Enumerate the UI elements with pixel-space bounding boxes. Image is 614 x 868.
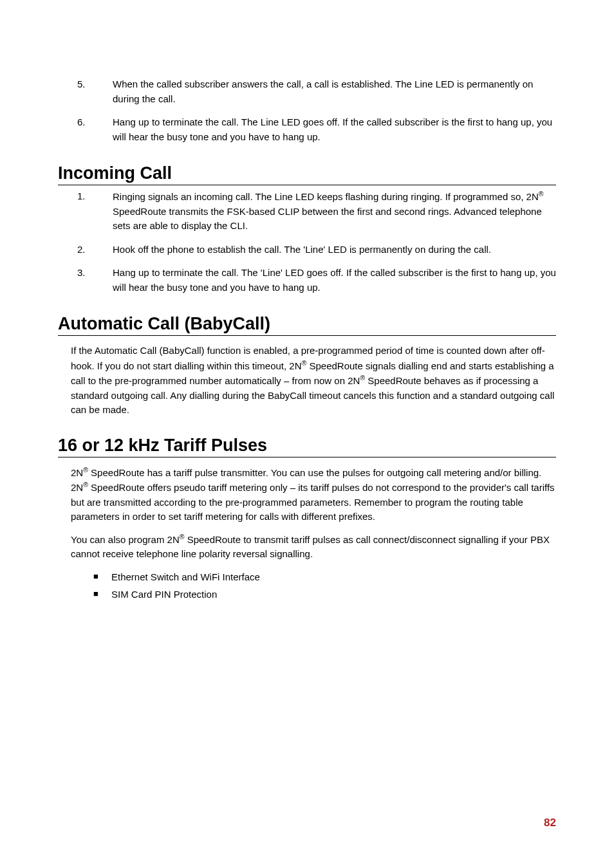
list-number: 3. — [58, 266, 113, 295]
tariff-bullet-list: Ethernet Switch and WiFi Interface SIM C… — [58, 568, 556, 603]
section-heading-incoming-call: Incoming Call — [58, 163, 556, 185]
list-text: Hang up to terminate the call. The Line … — [113, 115, 556, 144]
page-number: 82 — [544, 817, 556, 829]
list-number: 2. — [58, 243, 113, 257]
list-number: 1. — [58, 189, 113, 234]
list-item: 1. Ringing signals an incoming call. The… — [58, 189, 556, 234]
section-heading-babycall: Automatic Call (BabyCall) — [58, 314, 556, 336]
babycall-paragraph: If the Automatic Call (BabyCall) functio… — [71, 344, 556, 418]
page: 5. When the called subscriber answers th… — [0, 0, 614, 868]
list-number: 6. — [58, 115, 113, 144]
intro-ordered-list: 5. When the called subscriber answers th… — [58, 77, 556, 144]
incoming-call-list: 1. Ringing signals an incoming call. The… — [58, 189, 556, 295]
list-item: 5. When the called subscriber answers th… — [58, 77, 556, 106]
bullet-item: Ethernet Switch and WiFi Interface — [93, 568, 556, 586]
tariff-paragraph-2: You can also program 2N® SpeedRoute to t… — [71, 532, 556, 562]
list-item: 3. Hang up to terminate the call. The 'L… — [58, 266, 556, 295]
section-heading-tariff: 16 or 12 kHz Tariff Pulses — [58, 436, 556, 457]
list-text: When the called subscriber answers the c… — [113, 77, 556, 106]
list-text: Hook off the phone to establish the call… — [113, 243, 556, 257]
list-item: 6. Hang up to terminate the call. The Li… — [58, 115, 556, 144]
content-area: 5. When the called subscriber answers th… — [58, 77, 556, 603]
list-text: Ringing signals an incoming call. The Li… — [113, 189, 556, 234]
list-number: 5. — [58, 77, 113, 106]
list-item: 2. Hook off the phone to establish the c… — [58, 243, 556, 257]
tariff-paragraph-1: 2N® SpeedRoute has a tariff pulse transm… — [71, 465, 556, 524]
list-text: Hang up to terminate the call. The 'Line… — [113, 266, 556, 295]
bullet-item: SIM Card PIN Protection — [93, 586, 556, 603]
